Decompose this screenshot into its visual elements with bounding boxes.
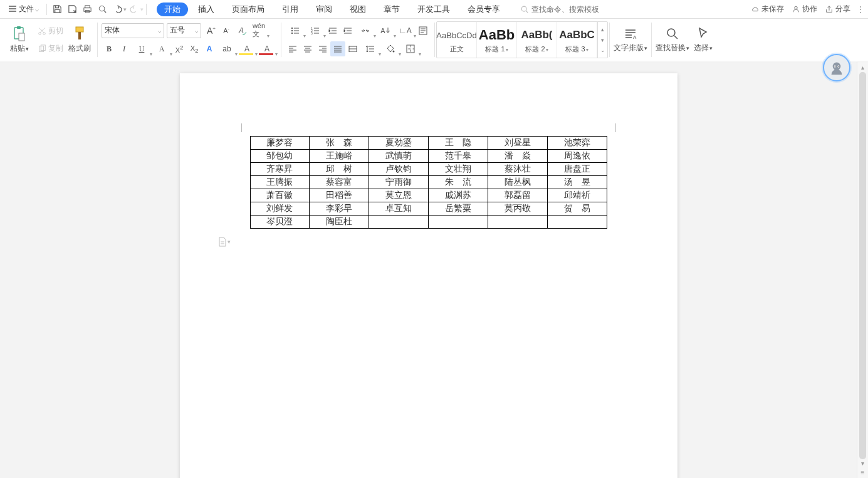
svg-point-25 [667, 29, 675, 36]
chevron-down-icon: ⌵ [35, 6, 39, 13]
save-button[interactable] [50, 2, 65, 17]
tab-home[interactable]: 开始 [157, 3, 188, 16]
font-name-select[interactable]: 宋体⌵ [102, 23, 164, 38]
copy-icon [38, 44, 46, 53]
text-direction-button[interactable]: A▾ [375, 23, 395, 38]
style-label: 标题 2 [525, 45, 545, 53]
style-heading1[interactable]: AaBb 标题 1▾ [477, 22, 517, 58]
text-layout-button[interactable]: A 文字排版▾ [614, 21, 647, 58]
chevron-down-icon: ▾ [601, 37, 604, 43]
tab-pagelayout[interactable]: 页面布局 [224, 3, 272, 16]
bold-button[interactable]: B [102, 41, 117, 56]
svg-rect-13 [76, 27, 83, 32]
collab-label: 协作 [802, 4, 817, 14]
redo-dropdown[interactable]: ▾ [140, 6, 144, 13]
style-preview: AaBbCcDd [436, 26, 476, 44]
tab-member[interactable]: 会员专享 [460, 3, 508, 16]
clear-format-button[interactable]: A [234, 23, 249, 38]
print-preview-button[interactable] [95, 2, 110, 17]
svg-rect-14 [78, 32, 81, 39]
tabstops-button[interactable]: ∟A▾ [395, 23, 416, 38]
unsaved-indicator[interactable]: 未保存 [751, 4, 784, 14]
align-center-button[interactable] [300, 41, 315, 56]
underline-button[interactable]: U▾ [132, 41, 152, 56]
paste-button[interactable]: 粘贴▾ [6, 21, 33, 58]
collaborate-button[interactable]: 协作 [792, 4, 817, 14]
svg-point-9 [39, 32, 41, 34]
font-color-button[interactable]: A▾ [257, 41, 277, 56]
style-heading3[interactable]: AaBbC 标题 3▾ [557, 22, 597, 58]
align-right-button[interactable] [315, 41, 330, 56]
share-button[interactable]: 分享 [825, 4, 850, 14]
cut-button[interactable]: 剪切 [35, 23, 66, 40]
line-spacing-button[interactable]: ▾ [360, 41, 380, 56]
font-size-select[interactable]: 五号⌵ [167, 23, 201, 38]
undo-button[interactable] [110, 2, 125, 17]
svg-text:3: 3 [311, 31, 313, 35]
svg-rect-8 [19, 33, 24, 41]
svg-point-4 [521, 6, 526, 11]
cut-label: 剪切 [48, 26, 63, 36]
search-input[interactable] [531, 5, 644, 14]
shrink-font-button[interactable]: A- [219, 23, 234, 38]
shading-button[interactable]: ▾ [380, 41, 400, 56]
tab-review[interactable]: 审阅 [308, 3, 340, 16]
group-clipboard: 粘贴▾ 剪切 复制 格式刷 [3, 19, 97, 61]
dropdown-icon: ⌄ [600, 47, 605, 53]
font-name-value: 宋体 [105, 25, 120, 36]
style-heading2[interactable]: AaBb( 标题 2▾ [517, 22, 557, 58]
chevron-down-icon: ▾ [26, 46, 29, 52]
bullets-button[interactable]: ▾ [285, 23, 305, 38]
borders-button[interactable]: ▾ [400, 41, 421, 56]
style-body[interactable]: AaBbCcDd 正文 [437, 22, 477, 58]
italic-button[interactable]: I [117, 41, 132, 56]
share-icon [825, 5, 834, 14]
print-button[interactable] [80, 2, 95, 17]
increase-indent-button[interactable] [340, 23, 355, 38]
format-painter-button[interactable]: 格式刷 [66, 21, 93, 58]
distribute-button[interactable] [345, 41, 360, 56]
redo-button[interactable] [127, 2, 142, 17]
group-paragraph: ▾ 123▾ ▾ A▾ ∟A▾ ▾ ▾ ▾ [281, 19, 434, 61]
grow-font-button[interactable]: A+ [204, 23, 219, 38]
para-marks-button[interactable] [416, 23, 431, 38]
saveas-button[interactable] [65, 2, 80, 17]
style-preview: AaBb [479, 26, 515, 44]
tab-insert[interactable]: 插入 [191, 3, 222, 16]
file-menu[interactable]: 文件 ⌵ [4, 0, 44, 18]
highlight-button[interactable]: A▾ [237, 41, 257, 56]
style-label: 标题 1 [485, 45, 505, 53]
text-effects-button[interactable]: A [202, 41, 217, 56]
svg-point-5 [795, 6, 797, 9]
share-label: 分享 [835, 4, 850, 14]
select-button[interactable]: 选择▾ [689, 21, 717, 58]
tab-view[interactable]: 视图 [342, 3, 374, 16]
separator [146, 4, 147, 15]
cn-layout-button[interactable]: ▾ [355, 23, 375, 38]
styles-expand[interactable]: ▴ ▾ ⌄ [597, 22, 607, 58]
command-search[interactable] [520, 5, 644, 14]
copy-button[interactable]: 复制 [35, 40, 66, 58]
numbering-button[interactable]: 123▾ [305, 23, 325, 38]
find-replace-button[interactable]: 查找替换▾ [656, 21, 689, 58]
more-menu[interactable]: ⋮ [857, 5, 864, 14]
subscript-button[interactable]: X2 [187, 41, 202, 56]
svg-point-17 [291, 33, 293, 34]
svg-point-3 [99, 6, 104, 11]
decrease-indent-button[interactable] [325, 23, 340, 38]
align-left-button[interactable] [285, 41, 300, 56]
pinyin-button[interactable]: wén文▾ [249, 23, 269, 38]
svg-rect-7 [17, 26, 21, 29]
superscript-button[interactable]: X2 [172, 41, 187, 56]
change-case-button[interactable]: ab▾ [217, 41, 237, 56]
tab-references[interactable]: 引用 [275, 3, 306, 16]
search-icon [520, 5, 529, 14]
justify-button[interactable] [330, 41, 345, 56]
tab-developer[interactable]: 开发工具 [410, 3, 458, 16]
strike-button[interactable]: A▾ [152, 41, 172, 56]
tab-chapter[interactable]: 章节 [376, 3, 407, 16]
paste-label: 粘贴 [10, 43, 25, 54]
svg-point-15 [291, 28, 293, 29]
style-preview: AaBbC [559, 26, 595, 44]
file-menu-label: 文件 [19, 4, 34, 14]
